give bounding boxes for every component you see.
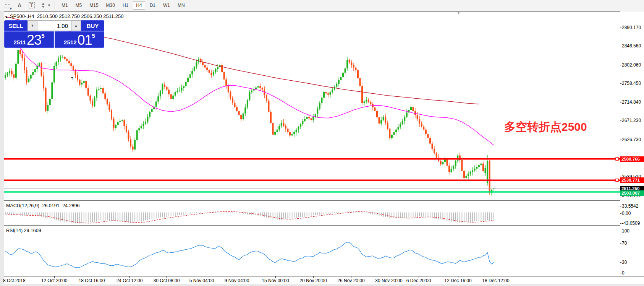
time-tick-label: 5 Nov 04:00 [189, 278, 214, 283]
time-tick-label: 12 Dec 16:00 [444, 278, 471, 283]
timeframe-buttons: M1M5M15M30H1H4D1W1MN [58, 1, 189, 10]
toolbar: A T ▼ M1M5M15M30H1H4D1W1MN [0, 0, 644, 11]
price-tick-label: 2802.060 [622, 62, 641, 68]
time-tick-label: 9 Nov 04:00 [225, 278, 249, 283]
price-tick-label: 0.00 [622, 211, 631, 216]
timeframe-button-d1[interactable]: D1 [147, 1, 159, 10]
symbol-timeframe: SP500-,H4 [10, 13, 34, 19]
price-tick-label: 30 [622, 260, 627, 265]
arrange-arrows-icon[interactable] [39, 1, 47, 10]
time-tick-label: 18 Oct 16:00 [79, 278, 105, 283]
trading-terminal: A T ▼ M1M5M15M30H1H4D1W1MN 2890.1702846.… [0, 0, 644, 286]
buy-button[interactable]: BUY [81, 20, 104, 31]
bid-base: 2511 [14, 38, 26, 47]
macd-label: MACD(12,26,9) -26.0191 -24.2896 [6, 203, 79, 208]
panel-collapse-icon[interactable]: ▼ [457, 11, 460, 15]
one-click-trading-panel: SELL ▼ 1.00 ▲ BUY 2511 23 5 2512 01 5 [4, 20, 104, 48]
price-tick-label: 2671.230 [622, 118, 641, 123]
ask-sup: 5 [92, 32, 95, 39]
bid-price[interactable]: 2511 23 5 [4, 31, 54, 48]
chart-area[interactable] [4, 11, 644, 284]
letter-a-icon[interactable]: A [15, 1, 24, 10]
price-tick-label: 100 [622, 228, 629, 234]
pane-separator-macd[interactable] [4, 200, 644, 202]
time-tick-label: 15 Nov 00:00 [262, 278, 289, 283]
chart-title: ▲SP500-,H4 2510.500 2512.750 2506.250 25… [5, 13, 124, 19]
price-tick-label: 33.5542 [622, 203, 638, 209]
timeframe-button-h4[interactable]: H4 [133, 1, 145, 10]
ask-base: 2512 [64, 38, 76, 47]
price-tick-label: 2626.730 [622, 137, 641, 142]
time-tick-label: 30 Oct 08:00 [154, 278, 180, 283]
dropdown-caret-icon[interactable]: ▼ [47, 3, 51, 7]
pane-separator-rsi[interactable] [4, 225, 644, 227]
resistance1-price-label[interactable]: 2580.766 [620, 156, 644, 162]
time-tick-label: 8 Oct 2018 [3, 278, 26, 283]
time-tick-label: 26 Nov 20:00 [337, 278, 364, 283]
chart-annotation: 多空转折点2500 [504, 119, 587, 135]
ask-price[interactable]: 2512 01 5 [55, 31, 104, 48]
price-tick-label: 70 [622, 240, 627, 246]
timeframe-button-h1[interactable]: H1 [120, 1, 131, 10]
price-tick-label: 0 [622, 270, 625, 276]
support-price-label[interactable]: 2503.007 [620, 190, 644, 196]
price-tick-label: 2758.450 [622, 81, 641, 86]
price-tick-label: -43.0509 [622, 221, 640, 226]
time-tick-label: 24 Oct 12:00 [117, 278, 143, 283]
time-tick-label: 30 Nov 20:00 [375, 278, 402, 283]
chart-grid-icon[interactable] [2, 1, 12, 10]
time-tick-label: 18 Dec 12:00 [482, 278, 509, 283]
t-object-marker: T [71, 76, 73, 80]
sell-button[interactable]: SELL [4, 20, 28, 31]
resistance2-price-label[interactable]: 2530.771 [620, 177, 644, 183]
volume-increase-button[interactable]: ▲ [71, 20, 81, 31]
window-left-edge [0, 11, 4, 284]
timeframe-button-m15[interactable]: M15 [86, 1, 101, 10]
bid-sup: 5 [41, 32, 44, 39]
price-tick-label: 2890.170 [622, 25, 641, 30]
time-axis[interactable]: 8 Oct 201812 Oct 20:0018 Oct 16:0024 Oct… [4, 276, 644, 284]
time-tick-label: 6 Dec 20:00 [406, 278, 431, 283]
time-tick-label: 20 Nov 20:00 [299, 278, 327, 283]
chart-shift-icon: ▲ [5, 15, 8, 19]
time-tick-label: 12 Oct 20:00 [41, 278, 68, 283]
price-axis[interactable]: 2890.1702846.5602802.0602758.4502714.840… [620, 11, 644, 276]
volume-decrease-button[interactable]: ▼ [28, 20, 37, 31]
timeframe-button-m5[interactable]: M5 [73, 1, 85, 10]
toolbar-separator [55, 2, 55, 9]
ohlc-values: 2510.500 2512.750 2506.250 2511.250 [37, 13, 124, 19]
rsi-label: RSI(14) 29.1609 [6, 228, 41, 233]
timeframe-button-m1[interactable]: M1 [58, 1, 71, 10]
ask-big: 01 [77, 34, 92, 47]
bid-big: 23 [27, 34, 41, 47]
text-tool-icon[interactable]: T [27, 1, 37, 10]
timeframe-button-m30[interactable]: M30 [103, 1, 118, 10]
volume-input[interactable]: 1.00 [37, 20, 71, 31]
timeframe-button-mn[interactable]: MN [175, 1, 188, 10]
timeframe-button-w1[interactable]: W1 [160, 1, 173, 10]
price-tick-label: 2714.840 [622, 99, 641, 105]
price-tick-label: 2846.560 [622, 43, 641, 49]
